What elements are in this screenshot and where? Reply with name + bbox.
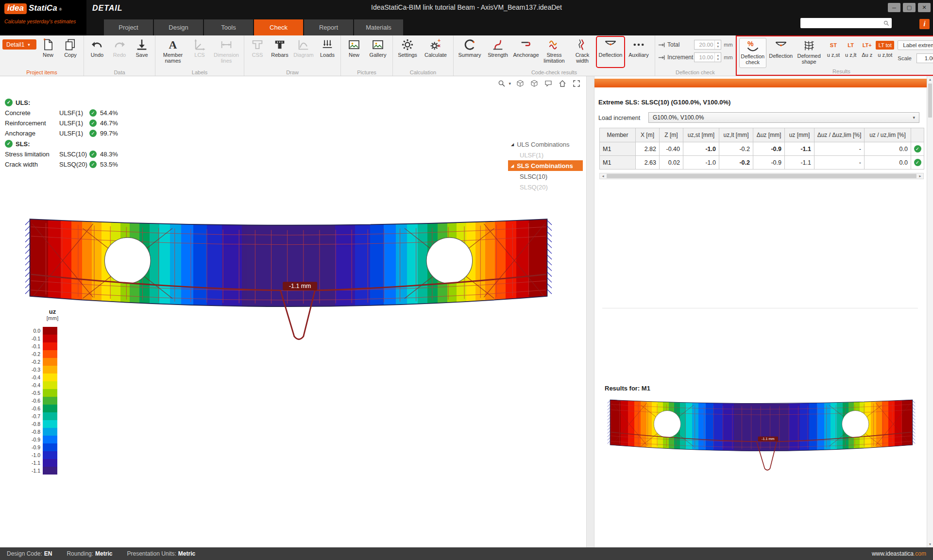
copy-button[interactable]: Copy bbox=[60, 37, 81, 67]
maximize-button[interactable]: ▢ bbox=[903, 3, 916, 12]
table-row[interactable]: M12.82-0.40-1.0-0.2-0.9-1.1-0.0✓ bbox=[600, 142, 924, 156]
summary-section-title: ✓SLS: bbox=[5, 138, 117, 149]
stress-limitation-button[interactable]: Stress limitation bbox=[541, 37, 568, 67]
chevron-down-icon[interactable]: ▾ bbox=[509, 81, 511, 86]
column-header[interactable]: Δuz [mm] bbox=[753, 128, 785, 142]
deflection-check-button[interactable]: Deflection check bbox=[739, 38, 766, 68]
delta-uz-button[interactable]: Δu z bbox=[860, 51, 874, 59]
total-limit-input[interactable]: 20.00 ▴▾ bbox=[694, 40, 721, 50]
undo-button[interactable]: Undo bbox=[86, 37, 108, 67]
diagram-button[interactable]: Diagram bbox=[291, 37, 316, 67]
perspective-view-button[interactable] bbox=[529, 79, 539, 88]
home-view-button[interactable] bbox=[558, 79, 567, 88]
column-header[interactable]: uz [mm] bbox=[785, 128, 814, 142]
panel-divider-strip[interactable] bbox=[586, 76, 594, 547]
settings-button[interactable]: Settings bbox=[395, 37, 420, 67]
legend-entry: -1.1 bbox=[25, 459, 60, 467]
deflection-results-button[interactable]: Deflection bbox=[767, 38, 795, 68]
crack-width-button[interactable]: Crack width bbox=[569, 37, 596, 67]
tab-project[interactable]: Project bbox=[104, 19, 153, 35]
tab-design[interactable]: Design bbox=[154, 19, 203, 35]
column-header[interactable]: uz / uz,lim [%] bbox=[865, 128, 911, 142]
info-button[interactable]: i bbox=[919, 19, 930, 29]
calculate-button[interactable]: Calculate bbox=[421, 37, 451, 67]
member-names-button[interactable]: Member names bbox=[158, 37, 188, 67]
scroll-right-icon[interactable]: ▸ bbox=[917, 174, 923, 178]
fit-to-screen-button[interactable] bbox=[572, 79, 581, 88]
uz-st-button[interactable]: u z,st bbox=[825, 51, 842, 59]
loads-button[interactable]: Loads bbox=[317, 37, 338, 67]
scale-input[interactable]: 1.00 ▴▾ bbox=[916, 53, 933, 63]
dimension-lines-button[interactable]: Dimension lines bbox=[211, 37, 241, 67]
website-link[interactable]: www.ideastatica.com bbox=[872, 550, 926, 557]
close-button[interactable]: ✕ bbox=[918, 3, 931, 12]
strength-button[interactable]: Strength bbox=[484, 37, 511, 67]
axonometry-view-button[interactable] bbox=[515, 79, 525, 88]
tree-item[interactable]: ◢SLS Combinations bbox=[508, 160, 583, 171]
pass-icon: ✓ bbox=[89, 119, 97, 127]
gallery-button[interactable]: Gallery bbox=[366, 37, 390, 67]
panel-vertical-scrollbar[interactable]: ▴ ▾ bbox=[927, 76, 933, 547]
zoom-button[interactable] bbox=[497, 79, 507, 88]
scroll-left-icon[interactable]: ◂ bbox=[600, 174, 606, 178]
lt-button[interactable]: LT bbox=[843, 41, 858, 50]
expander-icon[interactable]: ◢ bbox=[511, 142, 514, 147]
redo-button[interactable]: Redo bbox=[109, 37, 130, 67]
spin-up-icon[interactable]: ▴ bbox=[717, 41, 719, 45]
search-input[interactable] bbox=[800, 20, 883, 27]
total-toggle[interactable]: Total bbox=[658, 39, 693, 50]
column-header[interactable]: uz,st [mm] bbox=[683, 128, 719, 142]
label-extreme-button[interactable]: Label extreme bbox=[898, 40, 933, 50]
table-cell: -0.9 bbox=[753, 142, 785, 156]
tab-tools[interactable]: Tools bbox=[204, 19, 253, 35]
column-header[interactable]: uz,lt [mm] bbox=[719, 128, 753, 142]
increment-toggle[interactable]: Increment bbox=[658, 52, 693, 63]
column-header[interactable]: Member bbox=[600, 128, 636, 142]
uz-lt-button[interactable]: u z,lt bbox=[843, 51, 858, 59]
beam-preview[interactable]: -1.1 mm bbox=[607, 396, 916, 476]
table-horizontal-scrollbar[interactable]: ◂ ▸ bbox=[599, 173, 924, 179]
tree-item[interactable]: SLSQ(20) bbox=[508, 182, 583, 192]
table-cell: 0.02 bbox=[660, 156, 683, 170]
rebars-button[interactable]: Rebars bbox=[269, 37, 290, 67]
lt-tot-button[interactable]: LT tot bbox=[876, 41, 894, 50]
tab-check[interactable]: Check bbox=[254, 19, 303, 35]
increment-limit-input[interactable]: 10.00 ▴▾ bbox=[694, 52, 721, 62]
new-project-item-button[interactable]: New bbox=[37, 37, 59, 67]
table-row[interactable]: M12.630.02-1.0-0.2-0.9-1.1-0.0✓ bbox=[600, 156, 924, 170]
spin-down-icon[interactable]: ▾ bbox=[717, 57, 719, 61]
summary-button[interactable]: Summary bbox=[456, 37, 483, 67]
scrollbar-thumb[interactable] bbox=[607, 174, 916, 178]
column-header[interactable]: Δuz / Δuz,lim [%] bbox=[814, 128, 865, 142]
tab-report[interactable]: Report bbox=[304, 19, 353, 35]
tab-materials[interactable]: Materials bbox=[354, 19, 403, 35]
scroll-up-icon[interactable]: ▴ bbox=[927, 76, 933, 83]
column-header[interactable]: X [m] bbox=[636, 128, 660, 142]
minimize-button[interactable]: ─ bbox=[888, 3, 900, 12]
tree-item[interactable]: ULSF(1) bbox=[508, 150, 583, 160]
lt-plus-button[interactable]: LT+ bbox=[860, 41, 874, 50]
table-cell: M1 bbox=[600, 156, 636, 170]
css-button[interactable]: CSS bbox=[247, 37, 268, 67]
tree-item[interactable]: SLSC(10) bbox=[508, 171, 583, 182]
deformed-shape-button[interactable]: Deformed shape bbox=[796, 38, 823, 68]
load-increment-select[interactable]: G100.0%, V100.0% ▾ bbox=[648, 112, 919, 123]
deflection-button[interactable]: Deflection bbox=[597, 37, 624, 67]
comment-button[interactable] bbox=[543, 79, 553, 88]
tree-item[interactable]: ◢ULS Combinations bbox=[508, 139, 583, 150]
beam-visualization[interactable]: -1.1 mm bbox=[24, 212, 553, 350]
scroll-down-icon[interactable]: ▾ bbox=[927, 541, 933, 547]
uz-tot-button[interactable]: u z,tot bbox=[876, 51, 894, 59]
spin-up-icon[interactable]: ▴ bbox=[717, 53, 719, 57]
spin-down-icon[interactable]: ▾ bbox=[717, 45, 719, 49]
anchorage-button[interactable]: Anchorage bbox=[512, 37, 540, 67]
expander-icon[interactable]: ◢ bbox=[511, 164, 514, 168]
save-button[interactable]: Save bbox=[131, 37, 153, 67]
lcs-button[interactable]: LCS bbox=[189, 37, 210, 67]
scrollbar-thumb[interactable] bbox=[928, 84, 932, 118]
column-header[interactable]: Z [m] bbox=[660, 128, 683, 142]
auxiliary-button[interactable]: Auxiliary bbox=[625, 37, 652, 67]
detail-selector[interactable]: Detail1 ▾ bbox=[2, 39, 36, 50]
new-picture-button[interactable]: New bbox=[343, 37, 365, 67]
st-button[interactable]: ST bbox=[825, 41, 842, 50]
